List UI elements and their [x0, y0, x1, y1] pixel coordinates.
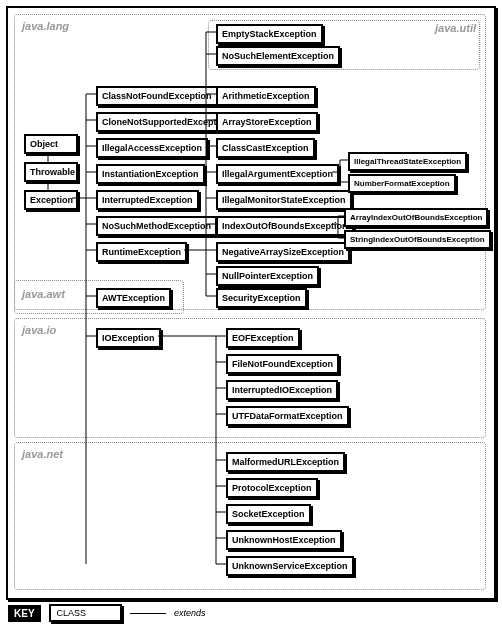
class-util: NoSuchElementException [216, 46, 340, 66]
class-runtimeexception: RuntimeException [96, 242, 187, 262]
legend-key: KEY [8, 605, 41, 622]
legend-extends: extends [174, 608, 206, 618]
class-rt: IllegalMonitorStateException [216, 190, 352, 210]
class-io: UTFDataFormatException [226, 406, 349, 426]
class-ioob-child: ArrayIndexOutOfBoundsException [344, 208, 488, 227]
pkg-util-label: java.util [435, 22, 476, 34]
pkg-lang-label: java.lang [22, 20, 69, 32]
class-exc-child: NoSuchMethodException [96, 216, 217, 236]
class-ioob-child: StringIndexOutOfBoundsException [344, 230, 491, 249]
class-exception: Exception [24, 190, 78, 210]
class-throwable: Throwable [24, 162, 78, 182]
pkg-net-label: java.net [22, 448, 63, 460]
class-io: EOFException [226, 328, 300, 348]
class-net: MalformedURLException [226, 452, 345, 472]
class-ioexception: IOException [96, 328, 161, 348]
class-exc-child: InstantiationException [96, 164, 205, 184]
class-net: UnknownHostException [226, 530, 342, 550]
class-io: FileNotFoundException [226, 354, 339, 374]
class-rt: ArithmeticException [216, 86, 316, 106]
class-illarg-child: IllegalThreadStateException [348, 152, 467, 171]
diagram-frame: java.lang java.util java.awt java.io jav… [6, 6, 496, 600]
class-net: UnknownServiceException [226, 556, 354, 576]
class-net: ProtocolException [226, 478, 318, 498]
pkg-awt-label: java.awt [22, 288, 65, 300]
class-object: Object [24, 134, 78, 154]
class-io: InterruptedIOException [226, 380, 338, 400]
pkg-io-label: java.io [22, 324, 56, 336]
class-util: EmptyStackException [216, 24, 323, 44]
class-rt: SecurityException [216, 288, 307, 308]
class-exc-child: CloneNotSupportedException [96, 112, 236, 132]
class-exc-child: InterruptedException [96, 190, 199, 210]
class-rt: NullPointerException [216, 266, 319, 286]
class-illarg-child: NumberFormatException [348, 174, 456, 193]
class-rt: NegativeArraySizeException [216, 242, 350, 262]
class-rt: ArrayStoreException [216, 112, 318, 132]
class-illegalargument: IllegalArgumentException [216, 164, 339, 184]
class-exc-child: ClassNotFoundException [96, 86, 218, 106]
class-rt: ClassCastException [216, 138, 315, 158]
class-exc-child: IllegalAccessException [96, 138, 208, 158]
class-awtexception: AWTException [96, 288, 171, 308]
legend: KEY CLASS extends [8, 604, 206, 622]
legend-class-box: CLASS [49, 604, 123, 622]
class-indexoob: IndexOutOfBoundsException [216, 216, 354, 236]
legend-line-icon [130, 613, 166, 614]
class-net: SocketException [226, 504, 311, 524]
